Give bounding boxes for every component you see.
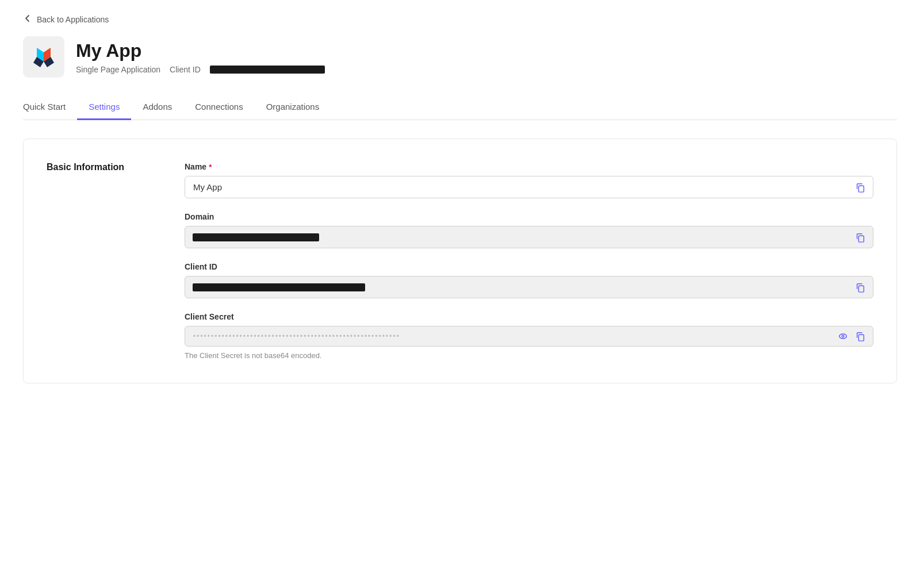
name-copy-button[interactable] (854, 181, 867, 194)
section-title: Basic Information (47, 162, 150, 360)
client-id-label: Client ID (170, 65, 201, 74)
name-field-group: Name * (185, 162, 873, 198)
copy-icon (855, 232, 865, 243)
tab-addons[interactable]: Addons (131, 95, 183, 120)
client-id-field-group: Client ID (185, 262, 873, 298)
tab-quick-start[interactable]: Quick Start (23, 95, 77, 120)
name-input[interactable] (185, 176, 873, 198)
back-to-applications-link[interactable]: Back to Applications (23, 14, 897, 25)
svg-rect-6 (858, 286, 864, 292)
app-logo (23, 36, 64, 78)
back-arrow-icon (23, 14, 32, 25)
client-secret-input[interactable] (185, 326, 873, 347)
tab-settings[interactable]: Settings (77, 95, 131, 120)
name-label: Name * (185, 162, 873, 171)
svg-rect-4 (858, 186, 864, 192)
client-id-label: Client ID (185, 262, 873, 271)
app-client-id-redacted (210, 66, 325, 74)
client-secret-field-group: Client Secret (185, 312, 873, 360)
domain-input[interactable] (185, 226, 873, 248)
name-input-wrapper (185, 176, 873, 198)
name-required-star: * (209, 163, 212, 171)
svg-rect-9 (858, 335, 864, 341)
client-secret-label: Client Secret (185, 312, 873, 321)
eye-icon (838, 331, 848, 341)
domain-copy-button[interactable] (854, 231, 867, 244)
tabs-navigation: Quick Start Settings Addons Connections … (23, 95, 897, 120)
domain-field-group: Domain (185, 212, 873, 248)
app-meta: Single Page Application Client ID (76, 65, 325, 74)
svg-rect-5 (858, 236, 864, 242)
client-id-input[interactable] (185, 276, 873, 298)
tab-connections[interactable]: Connections (183, 95, 254, 120)
tab-organizations[interactable]: Organizations (255, 95, 331, 120)
domain-input-wrapper (185, 226, 873, 248)
copy-icon (855, 331, 865, 341)
form-fields: Name * Domain (185, 162, 873, 360)
svg-point-8 (842, 335, 844, 337)
back-link-label: Back to Applications (37, 15, 109, 24)
domain-label: Domain (185, 212, 873, 221)
app-name: My App (76, 40, 325, 62)
app-type: Single Page Application (76, 65, 160, 74)
basic-information-card: Basic Information Name * (23, 139, 897, 383)
reveal-secret-button[interactable] (837, 330, 849, 343)
client-id-input-wrapper (185, 276, 873, 298)
client-secret-hint: The Client Secret is not base64 encoded. (185, 351, 873, 360)
client-id-copy-button[interactable] (854, 281, 867, 294)
app-header: My App Single Page Application Client ID (23, 36, 897, 78)
copy-icon (855, 182, 865, 193)
copy-icon (855, 282, 865, 293)
svg-point-7 (839, 334, 847, 339)
client-secret-copy-button[interactable] (854, 330, 867, 343)
app-info: My App Single Page Application Client ID (76, 40, 325, 74)
client-secret-input-wrapper (185, 326, 873, 347)
